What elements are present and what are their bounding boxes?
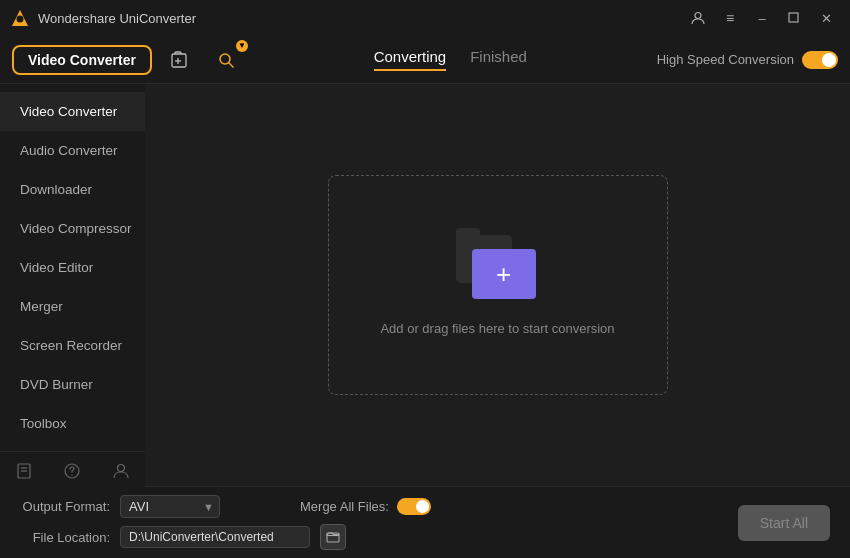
sidebar-footer — [0, 451, 145, 494]
plus-sign: + — [496, 261, 511, 287]
folder-front: + — [472, 249, 536, 299]
high-speed-section: High Speed Conversion — [657, 51, 838, 69]
profile-button[interactable] — [684, 7, 712, 29]
drop-zone[interactable]: + Add or drag files here to start conver… — [328, 175, 668, 395]
sidebar-item-merger[interactable]: Merger — [0, 287, 145, 326]
file-location-label: File Location: — [20, 530, 110, 545]
search-button[interactable]: ▼ — [208, 44, 244, 76]
sidebar-item-video-editor[interactable]: Video Editor — [0, 248, 145, 287]
svg-point-2 — [695, 13, 701, 19]
titlebar-left: Wondershare UniConverter — [10, 8, 196, 28]
drop-zone-text: Add or drag files here to start conversi… — [380, 321, 614, 336]
sidebar-item-toolbox[interactable]: Toolbox — [0, 404, 145, 443]
folder-graphic: + — [454, 235, 542, 305]
sidebar-item-dvd-burner[interactable]: DVD Burner — [0, 365, 145, 404]
restore-button[interactable] — [780, 7, 808, 29]
titlebar-controls: ≡ – ✕ — [684, 7, 840, 29]
app-title: Wondershare UniConverter — [38, 11, 196, 26]
toolbar: Video Converter ▼ Converting Finished Hi… — [0, 36, 850, 84]
high-speed-toggle[interactable] — [802, 51, 838, 69]
output-format-select[interactable]: AVI MP4 MKV MOV — [120, 495, 220, 518]
svg-point-13 — [72, 474, 73, 475]
close-button[interactable]: ✕ — [812, 7, 840, 29]
tab-converting[interactable]: Converting — [374, 48, 447, 71]
tabs-center: Converting Finished — [254, 48, 647, 71]
content-area: + Add or drag files here to start conver… — [145, 84, 850, 486]
app-icon — [10, 8, 30, 28]
minimize-button[interactable]: – — [748, 7, 776, 29]
start-all-button[interactable]: Start All — [738, 505, 830, 541]
book-icon[interactable] — [15, 462, 33, 484]
help-icon[interactable] — [63, 462, 81, 484]
output-format-label: Output Format: — [20, 499, 110, 514]
left-column: Video Converter Audio Converter Download… — [0, 84, 145, 486]
sidebar-item-video-compressor[interactable]: Video Compressor — [0, 209, 145, 248]
svg-line-8 — [229, 63, 233, 67]
sidebar-item-screen-recorder[interactable]: Screen Recorder — [0, 326, 145, 365]
bottom-fields: Output Format: AVI MP4 MKV MOV ▼ Merge A… — [20, 495, 722, 550]
svg-rect-3 — [789, 13, 798, 22]
merge-all-files-label: Merge All Files: — [300, 498, 431, 515]
menu-button[interactable]: ≡ — [716, 7, 744, 29]
svg-point-1 — [17, 16, 24, 23]
add-files-button[interactable] — [162, 44, 198, 76]
merge-toggle[interactable] — [397, 498, 431, 515]
video-converter-tool-button[interactable]: Video Converter — [12, 45, 152, 75]
output-format-select-wrapper[interactable]: AVI MP4 MKV MOV ▼ — [120, 495, 220, 518]
main-layout: Video Converter Audio Converter Download… — [0, 84, 850, 486]
location-row: File Location: — [20, 524, 722, 550]
sidebar: Video Converter Audio Converter Download… — [0, 84, 145, 451]
file-location-input[interactable] — [120, 526, 310, 548]
folder-tab — [456, 228, 480, 238]
bottom-bar: Output Format: AVI MP4 MKV MOV ▼ Merge A… — [0, 486, 850, 558]
sidebar-item-downloader[interactable]: Downloader — [0, 170, 145, 209]
svg-point-14 — [117, 465, 124, 472]
high-speed-label: High Speed Conversion — [657, 52, 794, 67]
search-badge: ▼ — [236, 40, 248, 52]
titlebar: Wondershare UniConverter ≡ – ✕ — [0, 0, 850, 36]
sidebar-item-audio-converter[interactable]: Audio Converter — [0, 131, 145, 170]
sidebar-item-video-converter[interactable]: Video Converter — [0, 92, 145, 131]
user-icon[interactable] — [112, 462, 130, 484]
tab-finished[interactable]: Finished — [470, 48, 527, 71]
format-row: Output Format: AVI MP4 MKV MOV ▼ Merge A… — [20, 495, 722, 518]
browse-folder-button[interactable] — [320, 524, 346, 550]
